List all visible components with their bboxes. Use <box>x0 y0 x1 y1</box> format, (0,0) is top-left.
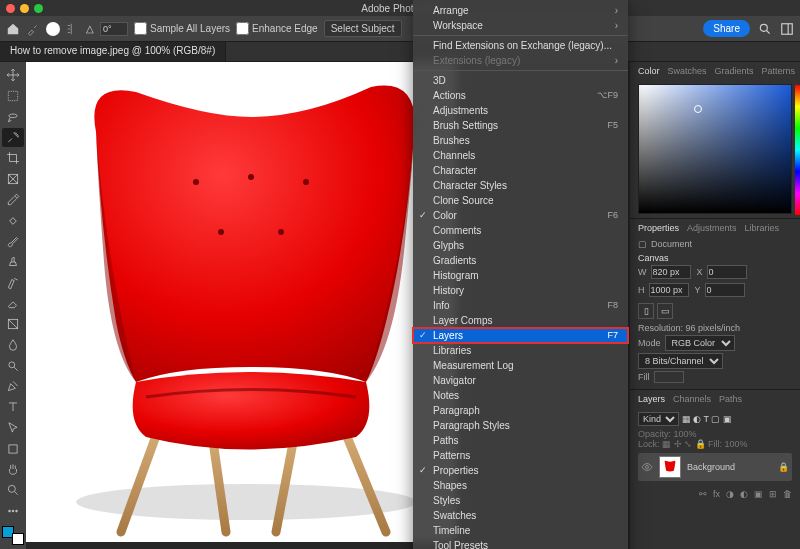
dodge-tool[interactable] <box>2 356 24 375</box>
brush-settings-icon[interactable] <box>66 22 80 36</box>
brush-tool[interactable] <box>2 232 24 251</box>
shape-tool[interactable] <box>2 439 24 458</box>
fill-swatch[interactable] <box>654 371 684 383</box>
menu-item-3d[interactable]: 3D <box>413 73 628 88</box>
history-brush-tool[interactable] <box>2 273 24 292</box>
blur-tool[interactable] <box>2 336 24 355</box>
menu-item-notes[interactable]: Notes <box>413 388 628 403</box>
opacity-value[interactable]: 100% <box>674 429 697 439</box>
menu-item-properties[interactable]: Properties <box>413 463 628 478</box>
angle-input[interactable] <box>100 22 128 36</box>
x-input[interactable] <box>707 265 747 279</box>
menu-item-navigator[interactable]: Navigator <box>413 373 628 388</box>
menu-item-arrange[interactable]: Arrange› <box>413 3 628 18</box>
new-fill-icon[interactable]: ◐ <box>740 489 748 499</box>
tab-layers[interactable]: Layers <box>638 394 665 404</box>
orientation-portrait-icon[interactable]: ▯ <box>638 303 654 319</box>
width-input[interactable] <box>651 265 691 279</box>
delete-layer-icon[interactable]: 🗑 <box>783 489 792 499</box>
orientation-landscape-icon[interactable]: ▭ <box>657 303 673 319</box>
tool-preset-icon[interactable] <box>26 22 40 36</box>
menu-item-brushes[interactable]: Brushes <box>413 133 628 148</box>
menu-item-character-styles[interactable]: Character Styles <box>413 178 628 193</box>
menu-item-tool-presets[interactable]: Tool Presets <box>413 538 628 549</box>
brush-preview-icon[interactable] <box>46 22 60 36</box>
color-swatches[interactable] <box>2 526 24 545</box>
menu-item-color[interactable]: ColorF6 <box>413 208 628 223</box>
menu-item-swatches[interactable]: Swatches <box>413 508 628 523</box>
search-icon[interactable] <box>758 22 772 36</box>
menu-item-brush-settings[interactable]: Brush SettingsF5 <box>413 118 628 133</box>
menu-item-adjustments[interactable]: Adjustments <box>413 103 628 118</box>
tab-patterns[interactable]: Patterns <box>762 66 796 76</box>
pen-tool[interactable] <box>2 377 24 396</box>
select-subject-button[interactable]: Select Subject <box>324 20 402 37</box>
menu-item-character[interactable]: Character <box>413 163 628 178</box>
hand-tool[interactable] <box>2 460 24 479</box>
mode-select[interactable]: RGB Color <box>665 335 735 351</box>
bits-select[interactable]: 8 Bits/Channel <box>638 353 723 369</box>
menu-item-libraries[interactable]: Libraries <box>413 343 628 358</box>
menu-item-histogram[interactable]: Histogram <box>413 268 628 283</box>
tab-channels[interactable]: Channels <box>673 394 711 404</box>
tab-paths[interactable]: Paths <box>719 394 742 404</box>
color-picker[interactable] <box>638 84 792 214</box>
layer-filter-select[interactable]: Kind <box>638 412 679 426</box>
menu-item-layers[interactable]: LayersF7 <box>413 328 628 343</box>
edit-toolbar-icon[interactable] <box>2 501 24 520</box>
menu-item-paths[interactable]: Paths <box>413 433 628 448</box>
enhance-edge-checkbox[interactable]: Enhance Edge <box>236 22 318 35</box>
filter-type-icon[interactable]: T <box>703 414 708 424</box>
tab-color[interactable]: Color <box>638 66 660 76</box>
layer-mask-icon[interactable]: ◑ <box>726 489 734 499</box>
gradient-tool[interactable] <box>2 315 24 334</box>
sample-all-layers-checkbox[interactable]: Sample All Layers <box>134 22 230 35</box>
menu-item-actions[interactable]: Actions⌥F9 <box>413 88 628 103</box>
tab-gradients[interactable]: Gradients <box>715 66 754 76</box>
filter-smart-icon[interactable]: ▣ <box>723 414 732 424</box>
layer-style-icon[interactable]: fx <box>713 489 720 499</box>
tab-properties[interactable]: Properties <box>638 223 679 233</box>
menu-item-history[interactable]: History <box>413 283 628 298</box>
marquee-tool[interactable] <box>2 87 24 106</box>
menu-item-measurement-log[interactable]: Measurement Log <box>413 358 628 373</box>
zoom-tool[interactable] <box>2 481 24 500</box>
menu-item-find-extensions-on-exchange-legacy-[interactable]: Find Extensions on Exchange (legacy)... <box>413 38 628 53</box>
quick-select-tool[interactable] <box>2 128 24 147</box>
frame-tool[interactable] <box>2 170 24 189</box>
link-layers-icon[interactable]: ⚯ <box>699 489 707 499</box>
eraser-tool[interactable] <box>2 294 24 313</box>
lock-icons[interactable]: ▦ ✢ ⤡ 🔒 <box>662 439 706 449</box>
document-tab[interactable]: How to remove image.jpeg @ 100% (RGB/8#) <box>0 42 226 61</box>
share-button[interactable]: Share <box>703 20 750 37</box>
filter-shape-icon[interactable]: ▢ <box>711 414 720 424</box>
menu-item-clone-source[interactable]: Clone Source <box>413 193 628 208</box>
crop-tool[interactable] <box>2 149 24 168</box>
tab-adjustments[interactable]: Adjustments <box>687 223 737 233</box>
move-tool[interactable] <box>2 66 24 85</box>
menu-item-shapes[interactable]: Shapes <box>413 478 628 493</box>
home-icon[interactable] <box>6 22 20 36</box>
tab-swatches[interactable]: Swatches <box>668 66 707 76</box>
color-picker-cursor-icon[interactable] <box>694 105 702 113</box>
fill-value[interactable]: 100% <box>725 439 748 449</box>
menu-item-layer-comps[interactable]: Layer Comps <box>413 313 628 328</box>
menu-item-info[interactable]: InfoF8 <box>413 298 628 313</box>
y-input[interactable] <box>705 283 745 297</box>
path-select-tool[interactable] <box>2 418 24 437</box>
workspace-icon[interactable] <box>780 22 794 36</box>
menu-item-styles[interactable]: Styles <box>413 493 628 508</box>
height-input[interactable] <box>649 283 689 297</box>
filter-adjust-icon[interactable]: ◐ <box>693 414 701 424</box>
menu-item-comments[interactable]: Comments <box>413 223 628 238</box>
menu-item-workspace[interactable]: Workspace› <box>413 18 628 33</box>
menu-item-glyphs[interactable]: Glyphs <box>413 238 628 253</box>
hue-slider[interactable] <box>795 85 800 215</box>
layer-row[interactable]: Background 🔒 <box>638 453 792 481</box>
healing-brush-tool[interactable] <box>2 211 24 230</box>
document-canvas[interactable] <box>26 62 456 542</box>
type-tool[interactable] <box>2 398 24 417</box>
new-layer-icon[interactable]: ⊞ <box>769 489 777 499</box>
menu-item-timeline[interactable]: Timeline <box>413 523 628 538</box>
lasso-tool[interactable] <box>2 107 24 126</box>
